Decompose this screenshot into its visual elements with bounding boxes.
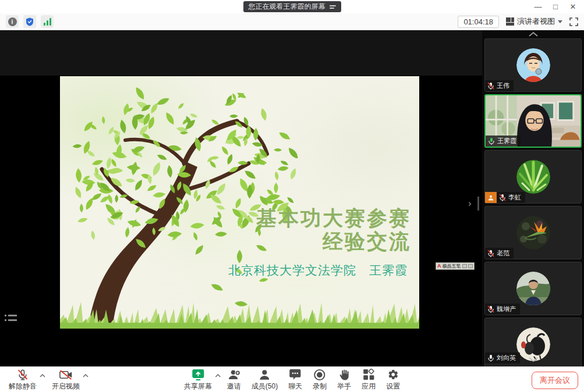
- mic-muted-icon: [487, 250, 494, 257]
- participant-name: 魏增产: [497, 305, 516, 313]
- record-icon: [314, 369, 326, 381]
- invite-person-icon: [228, 369, 240, 381]
- next-slide-chevron-icon[interactable]: ›: [468, 198, 472, 209]
- meeting-controls-bar: 解除静音 开启视频: [0, 366, 584, 392]
- gear-icon: [387, 369, 399, 380]
- participant-name: 王霁霞: [497, 137, 516, 145]
- mic-muted-icon: [487, 82, 494, 90]
- unmute-button[interactable]: 解除静音: [3, 368, 42, 392]
- invite-button[interactable]: 邀请: [222, 368, 246, 392]
- participant-tile[interactable]: 王伟: [484, 38, 582, 92]
- screen-watching-pill[interactable]: 您正在观看王霁霞的屏幕: [243, 1, 341, 12]
- fullscreen-icon[interactable]: [569, 17, 578, 26]
- window-titlebar: 您正在观看王霁霞的屏幕 — □ ✕: [0, 0, 584, 13]
- tree-illustration: [60, 76, 419, 329]
- start-video-button[interactable]: 开启视频: [47, 368, 85, 392]
- pill-menu-icon[interactable]: [330, 5, 336, 9]
- raise-hand-icon: [339, 369, 350, 381]
- participant-name: 李虹: [508, 193, 521, 202]
- security-shield-icon[interactable]: [23, 15, 36, 28]
- chat-button[interactable]: 聊天: [283, 368, 307, 392]
- view-mode-button[interactable]: 演讲者视图: [506, 16, 562, 27]
- minimize-button[interactable]: —: [529, 0, 547, 13]
- participant-name: 刘向英: [497, 354, 516, 362]
- presentation-slide: 基本功大赛参赛 经验交流 北京科技大学文法学院 王霁霞: [60, 76, 419, 329]
- mic-active-icon: [488, 137, 495, 145]
- slideshow-menu-icon[interactable]: [5, 315, 17, 321]
- maximize-button[interactable]: □: [547, 0, 564, 13]
- chat-icon: [289, 369, 302, 380]
- camera-muted-icon: [59, 369, 73, 380]
- host-badge-icon: [485, 192, 497, 203]
- mic-on-icon: [487, 354, 494, 362]
- avatar: [516, 160, 550, 194]
- participant-tile[interactable]: 魏增产: [484, 262, 582, 315]
- slide-title: 基本功大赛参赛 经验交流: [256, 206, 411, 253]
- participant-name: 王伟: [497, 81, 509, 90]
- apps-button[interactable]: 应用: [356, 368, 381, 392]
- avatar: [516, 272, 550, 305]
- raise-hand-button[interactable]: 举手: [332, 368, 356, 392]
- settings-button[interactable]: 设置: [381, 368, 405, 392]
- members-button[interactable]: 成员(50): [246, 368, 283, 392]
- meeting-timer: 01:04:18: [458, 16, 499, 28]
- ime-toolbar[interactable]: A 极品五笔: [436, 262, 475, 270]
- view-mode-label: 演讲者视图: [517, 16, 555, 27]
- participant-tile[interactable]: 李虹: [484, 150, 582, 204]
- close-button[interactable]: ✕: [564, 0, 582, 13]
- shared-screen-stage: 基本功大赛参赛 经验交流 北京科技大学文法学院 王霁霞 A 极品五笔 ›: [0, 30, 584, 366]
- scroll-up-chevron-icon[interactable]: [529, 32, 538, 37]
- stage-top-band: [0, 30, 482, 76]
- slide-subtitle: 北京科技大学文法学院 王霁霞: [228, 262, 408, 279]
- share-screen-button[interactable]: 共享屏幕: [179, 368, 217, 392]
- ime-keyboard-icon[interactable]: [462, 264, 467, 268]
- network-signal-icon[interactable]: [41, 15, 54, 28]
- participants-sidebar: 王伟: [482, 30, 584, 366]
- info-icon[interactable]: i: [6, 15, 19, 28]
- screen-watching-label: 您正在观看王霁霞的屏幕: [249, 2, 325, 12]
- stage-scrollbar[interactable]: [477, 197, 479, 211]
- avatar: [516, 327, 550, 361]
- record-button[interactable]: 录制: [307, 368, 332, 392]
- ime-mode-icon[interactable]: A: [437, 263, 441, 269]
- mic-muted-icon: [499, 194, 506, 201]
- participant-name: 老范: [497, 249, 509, 258]
- avatar: [516, 48, 550, 82]
- avatar: [516, 216, 550, 250]
- share-screen-icon: [191, 369, 205, 381]
- leave-meeting-button[interactable]: 离开会议: [532, 372, 578, 389]
- mic-muted-icon: [17, 369, 29, 381]
- participant-tile-active-speaker[interactable]: 王霁霞: [484, 94, 582, 148]
- participant-tile[interactable]: 老范: [484, 206, 582, 259]
- scroll-down-chevron-icon[interactable]: [529, 357, 538, 362]
- members-icon: [259, 369, 271, 381]
- ime-name-label: 极品五笔: [443, 264, 461, 269]
- mic-muted-icon: [487, 305, 494, 313]
- layout-icon: [506, 17, 514, 26]
- chevron-down-icon: [558, 20, 562, 23]
- meeting-topbar: i 01:04:18 演讲者视图: [0, 13, 584, 30]
- apps-icon: [363, 369, 374, 380]
- ime-settings-icon[interactable]: [468, 264, 473, 268]
